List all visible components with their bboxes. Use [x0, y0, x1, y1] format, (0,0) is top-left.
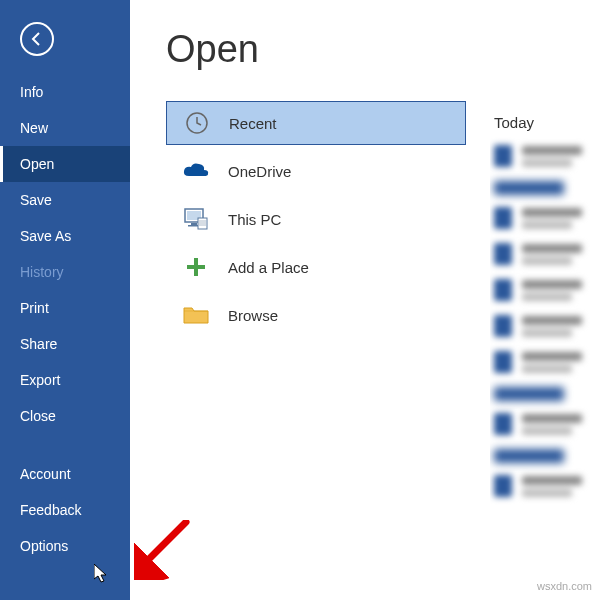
- sidebar-item-account[interactable]: Account: [0, 456, 130, 492]
- watermark: wsxdn.com: [537, 580, 592, 592]
- location-label: OneDrive: [228, 163, 291, 180]
- svg-rect-3: [191, 223, 197, 225]
- location-onedrive[interactable]: OneDrive: [166, 149, 466, 193]
- document-item[interactable]: [490, 243, 600, 265]
- location-this-pc[interactable]: This PC: [166, 197, 466, 241]
- sidebar-item-save[interactable]: Save: [0, 182, 130, 218]
- location-label: This PC: [228, 211, 281, 228]
- sidebar-item-options[interactable]: Options: [0, 528, 130, 564]
- recent-documents-panel: Today: [490, 0, 600, 600]
- computer-icon: [182, 205, 210, 233]
- back-button[interactable]: [20, 22, 54, 56]
- section-heading: [494, 387, 564, 401]
- sidebar-item-feedback[interactable]: Feedback: [0, 492, 130, 528]
- location-recent[interactable]: Recent: [166, 101, 466, 145]
- document-item[interactable]: [490, 145, 600, 167]
- backstage-sidebar: Info New Open Save Save As History Print…: [0, 0, 130, 600]
- document-item[interactable]: [490, 279, 600, 301]
- sidebar-item-new[interactable]: New: [0, 110, 130, 146]
- document-item[interactable]: [490, 413, 600, 435]
- document-item[interactable]: [490, 475, 600, 497]
- sidebar-item-print[interactable]: Print: [0, 290, 130, 326]
- page-title: Open: [166, 28, 490, 71]
- sidebar-item-share[interactable]: Share: [0, 326, 130, 362]
- location-label: Browse: [228, 307, 278, 324]
- location-add-place[interactable]: Add a Place: [166, 245, 466, 289]
- svg-rect-7: [187, 265, 205, 269]
- clock-icon: [183, 109, 211, 137]
- sidebar-item-close[interactable]: Close: [0, 398, 130, 434]
- folder-icon: [182, 301, 210, 329]
- document-item[interactable]: [490, 207, 600, 229]
- plus-icon: [182, 253, 210, 281]
- section-today: Today: [490, 114, 600, 131]
- location-label: Recent: [229, 115, 277, 132]
- document-item[interactable]: [490, 315, 600, 337]
- location-browse[interactable]: Browse: [166, 293, 466, 337]
- document-item[interactable]: [490, 351, 600, 373]
- location-label: Add a Place: [228, 259, 309, 276]
- sidebar-item-info[interactable]: Info: [0, 74, 130, 110]
- section-heading: [494, 181, 564, 195]
- sidebar-item-export[interactable]: Export: [0, 362, 130, 398]
- section-heading: [494, 449, 564, 463]
- svg-rect-5: [198, 218, 207, 229]
- onedrive-icon: [182, 157, 210, 185]
- sidebar-item-open[interactable]: Open: [0, 146, 130, 182]
- back-arrow-icon: [29, 31, 45, 47]
- sidebar-item-history: History: [0, 254, 130, 290]
- sidebar-item-save-as[interactable]: Save As: [0, 218, 130, 254]
